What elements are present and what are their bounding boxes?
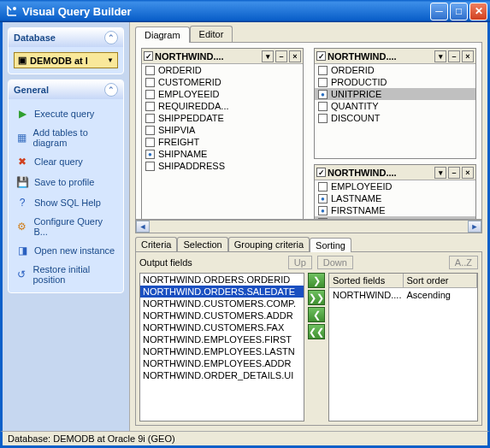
table-checkbox[interactable]: ✓ (144, 51, 153, 61)
output-field-row[interactable]: NORTHWIND.ORDERS.ORDERID (140, 274, 304, 286)
field-checkbox[interactable] (145, 102, 155, 111)
table-window[interactable]: ✓ NORTHWIND.... ▾ – × ORDERIDCUSTOMERIDE… (141, 48, 304, 220)
minimize-button[interactable]: ─ (430, 3, 448, 21)
horizontal-scrollbar[interactable]: ◄ ► (135, 220, 482, 233)
sidebar-action[interactable]: ◨Open new instance (14, 241, 118, 260)
field-row[interactable]: ●LASTNAME (315, 192, 475, 204)
table-checkbox[interactable]: ✓ (316, 168, 326, 177)
sort-az-button[interactable]: A..Z (449, 256, 478, 269)
table-body[interactable]: EMPLOYEEID●LASTNAME●FIRSTNAMETITLETITLEO… (315, 180, 475, 220)
maximize-button[interactable]: □ (450, 3, 468, 21)
field-row[interactable]: EMPLOYEEID (142, 88, 303, 100)
field-checkbox[interactable] (318, 78, 328, 87)
output-field-row[interactable]: NORTHWIND.CUSTOMERS.COMP. (140, 298, 304, 309)
field-row[interactable]: SHIPADDRESS (142, 160, 303, 172)
table-dropdown-button[interactable]: ▾ (434, 50, 446, 62)
field-checkbox[interactable] (145, 90, 155, 99)
tab-editor[interactable]: Editor (190, 26, 233, 42)
sidebar-action[interactable]: ↺Restore initial position (14, 262, 118, 287)
field-checkbox[interactable] (145, 78, 155, 87)
field-checkbox[interactable] (145, 114, 155, 123)
table-header[interactable]: ✓ NORTHWIND.... ▾ – × (142, 49, 303, 64)
table-minimize-button[interactable]: – (448, 167, 460, 179)
table-close-button[interactable]: × (462, 50, 474, 62)
sort-row[interactable]: NORTHWIND....Ascending (329, 288, 477, 302)
field-checkbox[interactable] (145, 138, 155, 147)
table-body[interactable]: ORDERIDPRODUCTID●UNITPRICEQUANTITYDISCOU… (315, 64, 475, 158)
table-checkbox[interactable]: ✓ (316, 51, 326, 61)
sidebar-action[interactable]: ✖Clear query (14, 152, 118, 171)
field-row[interactable]: FREIGHT (142, 136, 303, 148)
field-checkbox[interactable]: ● (318, 90, 328, 99)
general-panel-header[interactable]: General ⌃ (9, 80, 123, 99)
output-field-row[interactable]: NORTHWIND.EMPLOYEES.FIRST (140, 333, 304, 345)
field-row[interactable]: QUANTITY (315, 100, 475, 112)
output-field-row[interactable]: NORTHWIND.EMPLOYEES.ADDR (140, 357, 304, 369)
table-header[interactable]: ✓ NORTHWIND.... ▾ – × (315, 49, 475, 64)
table-body[interactable]: ORDERIDCUSTOMERIDEMPLOYEEIDREQUIREDDA...… (142, 64, 303, 220)
table-close-button[interactable]: × (289, 50, 301, 62)
field-checkbox[interactable] (145, 66, 155, 75)
field-row[interactable]: CUSTOMERID (142, 76, 303, 88)
sidebar-action[interactable]: ▦Add tables to diagram (14, 125, 118, 150)
table-dropdown-button[interactable]: ▾ (262, 50, 274, 62)
sidebar-action[interactable]: ▶Execute query (14, 104, 118, 123)
move-all-left-button[interactable]: ❮❮ (308, 324, 325, 339)
field-checkbox[interactable] (318, 66, 328, 75)
table-window[interactable]: ✓ NORTHWIND.... ▾ – × EMPLOYEEID●LASTNAM… (314, 164, 476, 220)
scroll-right-button[interactable]: ► (468, 221, 481, 233)
field-row[interactable]: ●FIRSTNAME (315, 204, 475, 216)
move-left-button[interactable]: ❮ (308, 307, 325, 322)
up-button[interactable]: Up (288, 256, 312, 269)
tab-criteria[interactable]: Criteria (135, 237, 177, 251)
tab-selection[interactable]: Selection (177, 237, 227, 251)
output-field-row[interactable]: NORTHWIND.ORDER_DETAILS.UI (140, 369, 304, 381)
output-field-row[interactable]: NORTHWIND.CUSTOMERS.FAX (140, 321, 304, 333)
field-checkbox[interactable] (318, 114, 328, 123)
tab-grouping[interactable]: Grouping criteria (228, 237, 310, 251)
sidebar-action[interactable]: ⚙Configure Query B... (14, 214, 118, 239)
field-checkbox[interactable] (318, 182, 328, 192)
field-row[interactable]: EMPLOYEEID (315, 180, 475, 192)
output-field-row[interactable]: NORTHWIND.CUSTOMERS.ADDR (140, 309, 304, 321)
table-window[interactable]: ✓ NORTHWIND.... ▾ – × ORDERIDPRODUCTID●U… (314, 48, 476, 159)
table-minimize-button[interactable]: – (448, 50, 460, 62)
database-selector[interactable]: ▣ DEMODB at l ▼ (14, 52, 118, 68)
field-row[interactable]: SHIPPEDDATE (142, 112, 303, 124)
field-checkbox[interactable]: ● (145, 150, 155, 159)
tab-sorting[interactable]: Sorting (310, 238, 351, 252)
table-minimize-button[interactable]: – (275, 50, 287, 62)
table-header[interactable]: ✓ NORTHWIND.... ▾ – × (315, 165, 475, 180)
move-all-right-button[interactable]: ❯❯ (308, 290, 325, 305)
field-row[interactable]: PRODUCTID (315, 76, 475, 88)
database-panel-header[interactable]: Database ⌃ (9, 28, 123, 47)
field-row[interactable]: ORDERID (315, 64, 475, 76)
field-checkbox[interactable] (318, 218, 328, 221)
close-button[interactable]: ✕ (469, 3, 487, 21)
field-row[interactable]: ORDERID (142, 64, 303, 76)
field-row[interactable]: SHIPVIA (142, 124, 303, 136)
output-fields-list[interactable]: NORTHWIND.ORDERS.ORDERIDNORTHWIND.ORDERS… (139, 273, 304, 421)
field-row[interactable]: DISCOUNT (315, 112, 475, 124)
field-row[interactable]: REQUIREDDA... (142, 100, 303, 112)
field-checkbox[interactable] (318, 102, 328, 111)
field-checkbox[interactable] (145, 162, 155, 171)
field-checkbox[interactable]: ● (318, 206, 328, 215)
field-row[interactable]: ●UNITPRICE (315, 88, 475, 100)
output-field-row[interactable]: NORTHWIND.ORDERS.SALEDATE (140, 286, 304, 298)
field-checkbox[interactable] (145, 126, 155, 135)
sidebar-action[interactable]: ?Show SQL Help (14, 193, 118, 212)
sidebar-action[interactable]: 💾Save to profile (14, 173, 118, 192)
move-right-button[interactable]: ❯ (308, 273, 325, 288)
field-row[interactable]: TITLE (315, 216, 475, 220)
sorted-fields-table[interactable]: Sorted fields Sort order NORTHWIND....As… (328, 273, 478, 421)
tab-diagram[interactable]: Diagram (135, 27, 190, 43)
table-dropdown-button[interactable]: ▾ (434, 167, 446, 179)
table-close-button[interactable]: × (462, 167, 474, 179)
output-field-row[interactable]: NORTHWIND.EMPLOYEES.LASTN (140, 345, 304, 357)
field-row[interactable]: ●SHIPNAME (142, 148, 303, 160)
scroll-left-button[interactable]: ◄ (136, 221, 150, 233)
diagram-area[interactable]: ✓ NORTHWIND.... ▾ – × ORDERIDPRODUCTID●U… (135, 42, 482, 220)
down-button[interactable]: Down (317, 256, 353, 269)
field-checkbox[interactable]: ● (318, 194, 328, 203)
